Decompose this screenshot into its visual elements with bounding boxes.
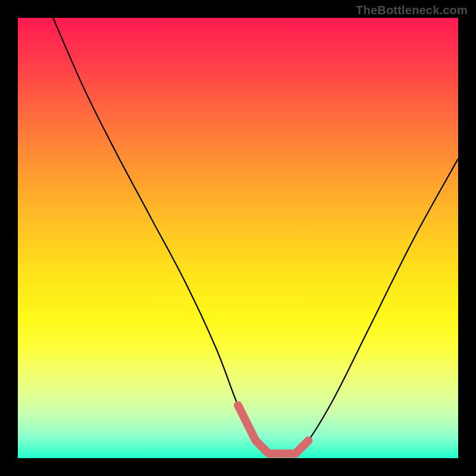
bottleneck-curve-line [53, 18, 458, 455]
chart-svg [18, 18, 458, 458]
watermark-text: TheBottleneck.com [356, 4, 468, 17]
chart-plot-area [18, 18, 458, 458]
floor-highlight-mark [238, 405, 308, 453]
